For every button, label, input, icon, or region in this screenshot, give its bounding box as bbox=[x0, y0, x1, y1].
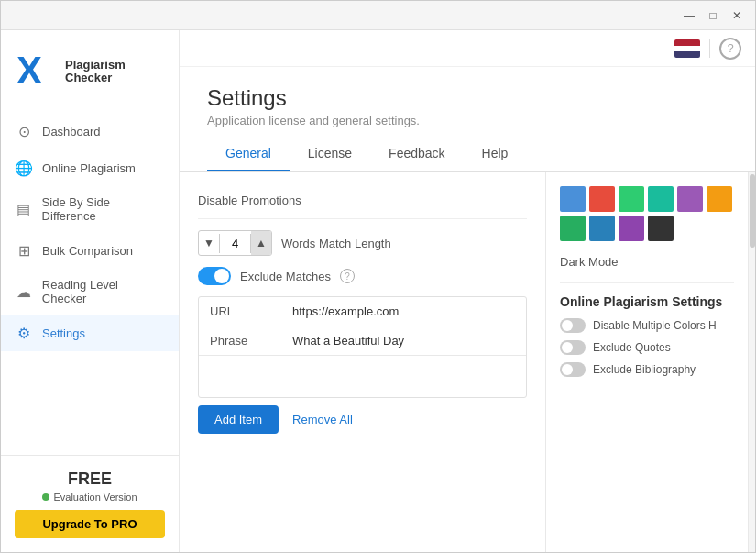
maximize-button[interactable]: □ bbox=[702, 5, 724, 27]
online-settings-title: Online Plagiarism Settings bbox=[560, 294, 734, 309]
words-match-control[interactable]: ▼ 4 ▲ bbox=[198, 230, 272, 256]
increment-button[interactable]: ▲ bbox=[251, 231, 271, 255]
decrement-button[interactable]: ▼ bbox=[199, 231, 219, 255]
button-row: Add Item Remove All bbox=[198, 405, 527, 434]
exclude-quotes-row: Exclude Quotes bbox=[560, 340, 734, 355]
color-swatch-8[interactable] bbox=[619, 216, 644, 241]
add-item-button[interactable]: Add Item bbox=[198, 405, 279, 434]
logo-area: X Plagiarism Checker bbox=[1, 39, 179, 113]
color-swatch-4[interactable] bbox=[677, 186, 703, 212]
scrollbar-thumb[interactable] bbox=[750, 174, 755, 248]
sidebar-item-bulk-comparison[interactable]: ⊞ Bulk Comparison bbox=[1, 232, 179, 269]
disable-multiple-colors-row: Disable Multiple Colors H bbox=[560, 318, 734, 333]
content-area: ? Settings Application license and gener… bbox=[180, 30, 755, 552]
sidebar-item-online-plagiarism[interactable]: 🌐 Online Plagiarism bbox=[1, 149, 179, 186]
main-layout: X Plagiarism Checker ⊙ Dashboard 🌐 Onlin… bbox=[1, 30, 755, 552]
words-match-row: ▼ 4 ▲ Words Match Length bbox=[198, 230, 527, 256]
mini-toggle-knob bbox=[562, 320, 573, 331]
sidebar-item-settings[interactable]: ⚙ Settings bbox=[1, 315, 179, 351]
sidebar-bottom: FREE Evaluation Version Upgrade To PRO bbox=[1, 455, 179, 552]
exclude-quotes-toggle[interactable] bbox=[560, 340, 586, 355]
logo-line2: Checker bbox=[65, 72, 126, 84]
upgrade-button[interactable]: Upgrade To PRO bbox=[15, 510, 165, 538]
dark-mode-row: Dark Mode bbox=[560, 255, 734, 269]
free-label: FREE bbox=[15, 470, 165, 489]
tab-help[interactable]: Help bbox=[464, 137, 527, 171]
exclude-matches-toggle[interactable] bbox=[198, 267, 231, 285]
remove-all-button[interactable]: Remove All bbox=[292, 413, 353, 426]
table-cell-type-2: Phrase bbox=[199, 326, 281, 355]
color-swatch-2[interactable] bbox=[619, 186, 644, 212]
settings-left-panel: Disable Promotions ▼ 4 ▲ Words Match Len… bbox=[180, 172, 546, 552]
color-swatch-7[interactable] bbox=[589, 216, 615, 241]
color-swatch-0[interactable] bbox=[560, 186, 586, 212]
disable-colors-toggle[interactable] bbox=[560, 318, 586, 333]
tab-license[interactable]: License bbox=[290, 137, 370, 171]
words-match-value: 4 bbox=[219, 234, 251, 253]
table-cell-value-2: What a Beautiful Day bbox=[281, 326, 526, 355]
tab-feedback[interactable]: Feedback bbox=[370, 137, 463, 171]
logo-text: Plagiarism Checker bbox=[65, 59, 126, 85]
color-swatch-5[interactable] bbox=[707, 186, 732, 212]
page-header: Settings Application license and general… bbox=[180, 67, 755, 137]
sidebar-label-side: Side By Side Difference bbox=[42, 195, 165, 223]
exclude-table: URL https://example.com Phrase What a Be… bbox=[198, 296, 527, 398]
scrollbar-track bbox=[748, 172, 755, 552]
sidebar-item-reading-level[interactable]: ☁ Reading Level Checker bbox=[1, 269, 179, 315]
divider bbox=[560, 282, 734, 283]
color-swatch-1[interactable] bbox=[589, 186, 615, 212]
minimize-button[interactable]: — bbox=[678, 5, 700, 27]
disable-promotions-row: Disable Promotions bbox=[198, 186, 527, 219]
table-empty-row bbox=[199, 356, 526, 397]
sidebar-item-side-by-side[interactable]: ▤ Side By Side Difference bbox=[1, 186, 179, 232]
exclude-bibliography-label: Exclude Bibliography bbox=[593, 363, 696, 376]
globe-icon: 🌐 bbox=[15, 159, 33, 177]
tab-bar: General License Feedback Help bbox=[180, 137, 755, 172]
words-match-label: Words Match Length bbox=[281, 237, 391, 250]
close-button[interactable]: ✕ bbox=[726, 5, 748, 27]
disable-promotions-label: Disable Promotions bbox=[198, 194, 301, 207]
app-window: — □ ✕ X Plagiarism Checker ⊙ Dashboard bbox=[0, 0, 756, 553]
disable-colors-label: Disable Multiple Colors H bbox=[593, 319, 717, 332]
table-row: URL https://example.com bbox=[199, 297, 526, 326]
tab-general[interactable]: General bbox=[207, 137, 290, 171]
table-cell-type-1: URL bbox=[199, 297, 281, 326]
help-button[interactable]: ? bbox=[719, 38, 741, 60]
sidebar-label-dashboard: Dashboard bbox=[42, 125, 101, 138]
divider bbox=[709, 39, 710, 58]
app-logo-icon: X bbox=[15, 49, 60, 94]
sidebar-label-settings: Settings bbox=[42, 326, 85, 340]
exclude-matches-row: Exclude Matches ? bbox=[198, 267, 527, 285]
cloud-icon: ☁ bbox=[15, 282, 33, 301]
columns-icon: ▤ bbox=[15, 200, 33, 218]
eval-text-label: Evaluation Version bbox=[53, 492, 137, 503]
layers-icon: ⊞ bbox=[15, 241, 33, 260]
logo-line1: Plagiarism bbox=[65, 59, 126, 72]
exclude-bibliography-toggle[interactable] bbox=[560, 362, 586, 377]
mini-toggle-knob-3 bbox=[562, 364, 573, 375]
settings-right-panel: Dark Mode Online Plagiarism Settings Dis… bbox=[546, 172, 748, 552]
exclude-matches-help-icon[interactable]: ? bbox=[340, 269, 355, 283]
sidebar-label-bulk: Bulk Comparison bbox=[42, 244, 133, 258]
sidebar: X Plagiarism Checker ⊙ Dashboard 🌐 Onlin… bbox=[1, 30, 180, 552]
color-swatch-9[interactable] bbox=[648, 216, 674, 241]
table-row: Phrase What a Beautiful Day bbox=[199, 326, 526, 356]
sidebar-label-online: Online Plagiarism bbox=[42, 161, 136, 175]
eval-version: Evaluation Version bbox=[15, 492, 165, 503]
sidebar-item-dashboard[interactable]: ⊙ Dashboard bbox=[1, 113, 179, 149]
dashboard-icon: ⊙ bbox=[15, 122, 33, 140]
sidebar-label-reading: Reading Level Checker bbox=[42, 278, 165, 305]
exclude-quotes-label: Exclude Quotes bbox=[593, 341, 671, 354]
table-cell-value-1: https://example.com bbox=[281, 297, 526, 326]
svg-text:X: X bbox=[16, 49, 42, 92]
toggle-knob bbox=[214, 269, 229, 283]
page-subtitle: Application license and general settings… bbox=[207, 114, 728, 127]
color-swatch-6[interactable] bbox=[560, 216, 586, 241]
color-swatch-3[interactable] bbox=[648, 186, 674, 212]
language-flag[interactable] bbox=[674, 39, 700, 58]
mini-toggle-knob-2 bbox=[562, 342, 573, 353]
color-palette bbox=[560, 186, 734, 241]
status-dot bbox=[42, 493, 49, 501]
exclude-bibliography-row: Exclude Bibliography bbox=[560, 362, 734, 377]
titlebar: — □ ✕ bbox=[1, 1, 755, 30]
